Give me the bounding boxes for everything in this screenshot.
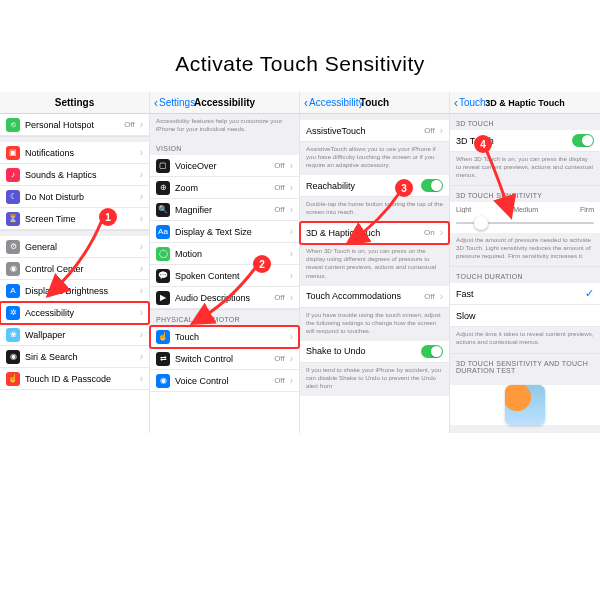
toggle-3d-touch[interactable] [572,134,594,147]
chevron-right-icon: › [290,226,293,237]
toggle-reachability[interactable] [421,179,443,192]
note-3d-touch: When 3D Touch is on, you can press the d… [450,152,600,185]
accessibility-intro: Accessibility features help you customiz… [150,114,299,139]
row-icon: ✲ [6,306,20,320]
row-icon: ♪ [6,168,20,182]
accessibility-row-motion[interactable]: ◯Motion› [150,243,299,265]
row-duration-slow[interactable]: Slow [450,305,600,327]
row-reachability[interactable]: Reachability [300,175,449,197]
accessibility-row-zoom[interactable]: ⊕ZoomOff› [150,177,299,199]
row-icon: ◉ [6,262,20,276]
chevron-right-icon: › [140,241,143,252]
row-label: Voice Control [175,376,269,386]
slider-labels: LightMediumFirm [450,202,600,213]
back-touch[interactable]: ‹Touch [454,97,486,109]
accessibility-row-voiceover[interactable]: ▢VoiceOverOff› [150,155,299,177]
settings-row-accessibility[interactable]: ✲Accessibility› [0,302,149,324]
row-icon: ❀ [6,328,20,342]
note-shake-undo: If you tend to shake your iPhone by acci… [300,363,449,396]
row-icon: ☝ [156,330,170,344]
group-3d-touch: 3D TOUCH [450,114,600,130]
row-icon: ◯ [156,247,170,261]
accessibility-row-switch-control[interactable]: ⇄Switch ControlOff› [150,348,299,370]
back-settings[interactable]: ‹Settings [154,97,195,109]
row-label: Sounds & Haptics [25,170,135,180]
page-title: Activate Touch Sensitivity [0,0,600,92]
row-label: General [25,242,135,252]
chevron-left-icon: ‹ [304,97,308,109]
test-image[interactable] [505,385,545,425]
slider-thumb[interactable] [474,216,488,230]
chevron-right-icon: › [290,331,293,342]
row-duration-fast[interactable]: Fast✓ [450,283,600,305]
settings-row-screen-time[interactable]: ⏳Screen Time› [0,208,149,230]
row-label: Switch Control [175,354,269,364]
chevron-right-icon: › [140,169,143,180]
accessibility-row-magnifier[interactable]: 🔍MagnifierOff› [150,199,299,221]
settings-row-sounds-haptics[interactable]: ♪Sounds & Haptics› [0,164,149,186]
chevron-right-icon: › [290,182,293,193]
header-3d-haptic: ‹Touch 3D & Haptic Touch [450,92,600,114]
group-motor: PHYSICAL AND MOTOR [150,309,299,326]
settings-row-personal-hotspot[interactable]: ⎋Personal HotspotOff› [0,114,149,136]
row-label: Magnifier [175,205,269,215]
panel-3d-haptic: ‹Touch 3D & Haptic Touch 3D TOUCH 3D Tou… [450,92,600,433]
row-touch-accommodations[interactable]: Touch AccommodationsOff› [300,286,449,308]
note-3d-haptic: When 3D Touch is on, you can press on th… [300,244,449,285]
settings-row-control-center[interactable]: ◉Control Center› [0,258,149,280]
settings-row-wallpaper[interactable]: ❀Wallpaper› [0,324,149,346]
row-label: VoiceOver [175,161,269,171]
row-icon: 🔍 [156,203,170,217]
note-sensitivity: Adjust the amount of pressure needed to … [450,233,600,266]
row-icon: ☾ [6,190,20,204]
row-icon: ◉ [156,374,170,388]
settings-row-display-brightness[interactable]: ADisplay & Brightness› [0,280,149,302]
row-label: Accessibility [25,308,135,318]
row-label: Personal Hotspot [25,120,119,130]
row-label: Audio Descriptions [175,293,269,303]
row-3d-haptic[interactable]: 3D & Haptic TouchOn› [300,222,449,244]
row-assistivetouch[interactable]: AssistiveTouchOff› [300,120,449,142]
chevron-right-icon: › [290,375,293,386]
row-icon: ◉ [6,350,20,364]
row-label: Spoken Content [175,271,285,281]
row-label: Notifications [25,148,135,158]
panel-accessibility: ‹Settings Accessibility Accessibility fe… [150,92,300,433]
chevron-right-icon: › [140,285,143,296]
row-shake-undo[interactable]: Shake to Undo [300,341,449,363]
settings-row-notifications[interactable]: ▣Notifications› [0,142,149,164]
settings-row-do-not-disturb[interactable]: ☾Do Not Disturb› [0,186,149,208]
row-icon: 💬 [156,269,170,283]
row-icon: ▣ [6,146,20,160]
row-icon: ⇄ [156,352,170,366]
panels-row: Settings ⎋Personal HotspotOff› ▣Notifica… [0,92,600,433]
row-label: Motion [175,249,285,259]
note-assistivetouch: AssistiveTouch allows you to use your iP… [300,142,449,175]
row-label: Siri & Search [25,352,135,362]
row-value: Off [124,120,135,129]
accessibility-row-spoken-content[interactable]: 💬Spoken Content› [150,265,299,287]
row-icon: ▢ [156,159,170,173]
chevron-right-icon: › [140,263,143,274]
row-label: Wallpaper [25,330,135,340]
accessibility-row-voice-control[interactable]: ◉Voice ControlOff› [150,370,299,392]
accessibility-row-touch[interactable]: ☝Touch› [150,326,299,348]
sensitivity-slider[interactable] [450,213,600,233]
note-touch-accommodations: If you have trouble using the touch scre… [300,308,449,341]
accessibility-row-audio-descriptions[interactable]: ▶Audio DescriptionsOff› [150,287,299,309]
back-accessibility[interactable]: ‹Accessibility [304,97,363,109]
row-label: Screen Time [25,214,135,224]
note-duration: Adjust the time it takes to reveal conte… [450,327,600,352]
group-duration: TOUCH DURATION [450,266,600,283]
accessibility-row-display-text-size[interactable]: AaDisplay & Text Size› [150,221,299,243]
toggle-shake-undo[interactable] [421,345,443,358]
group-test: 3D TOUCH SENSITIVITY AND TOUCH DURATION … [450,353,600,377]
header-settings: Settings [0,92,149,114]
settings-row-touch-id-passcode[interactable]: ☝Touch ID & Passcode› [0,368,149,390]
chevron-right-icon: › [290,204,293,215]
group-vision: VISION [150,139,299,155]
settings-row-general[interactable]: ⚙General› [0,236,149,258]
row-3d-touch-toggle[interactable]: 3D Touch [450,130,600,152]
chevron-right-icon: › [440,125,443,136]
settings-row-siri-search[interactable]: ◉Siri & Search› [0,346,149,368]
